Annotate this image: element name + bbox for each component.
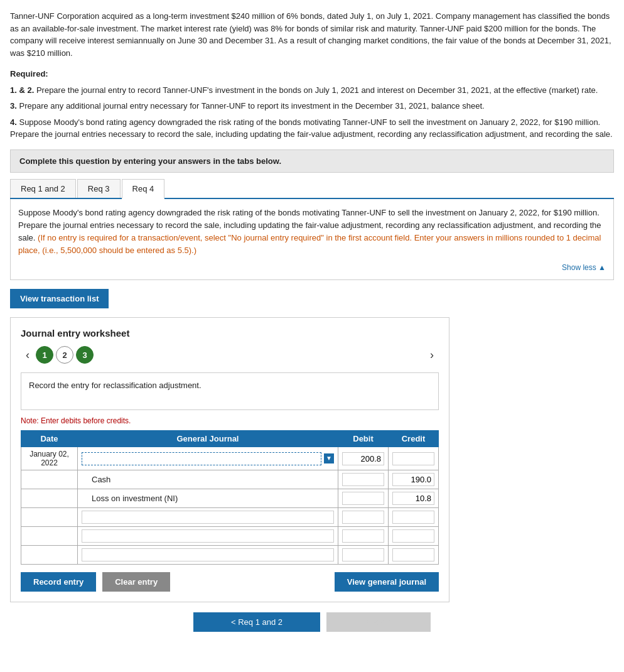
scenario-orange: (If no entry is required for a transacti… xyxy=(18,233,601,255)
col-header-debit: Debit xyxy=(338,431,389,447)
debit-input-4[interactable] xyxy=(342,511,384,524)
prev-nav-button[interactable]: < Req 1 and 2 xyxy=(193,612,320,632)
scenario-text: Suppose Moody's bond rating agency downg… xyxy=(18,207,606,257)
nav-row: ‹ 1 2 3 › xyxy=(21,346,439,364)
date-cell-6 xyxy=(21,546,78,565)
clear-entry-button[interactable]: Clear entry xyxy=(102,572,170,592)
credit-input-3[interactable] xyxy=(392,492,434,505)
credit-input-1[interactable] xyxy=(392,452,434,465)
date-cell-3 xyxy=(21,489,78,508)
required-label: Required: xyxy=(10,68,614,80)
credit-cell-4[interactable] xyxy=(389,508,439,527)
debit-input-2[interactable] xyxy=(342,473,384,486)
journal-cell-3: Loss on investment (NI) xyxy=(78,489,338,508)
journal-worksheet: Journal entry worksheet ‹ 1 2 3 › Record… xyxy=(10,317,449,602)
journal-table: Date General Journal Debit Credit Januar… xyxy=(21,430,439,565)
account-input-4[interactable] xyxy=(82,511,334,524)
journal-cell-6[interactable] xyxy=(78,546,338,565)
debit-input-6[interactable] xyxy=(342,548,384,561)
required-item-2: 3. Prepare any additional journal entry … xyxy=(10,100,614,112)
tab-req3[interactable]: Req 3 xyxy=(77,179,121,198)
next-nav-button[interactable]: Req 4 > xyxy=(326,612,431,632)
credit-cell-2[interactable] xyxy=(389,470,439,489)
table-row: January 02,2022 ▼ xyxy=(21,447,439,470)
next-step-button[interactable]: › xyxy=(425,347,439,363)
required-item-3: 4. Suppose Moody's bond rating agency do… xyxy=(10,116,614,141)
debit-input-3[interactable] xyxy=(342,492,384,505)
credit-cell-1[interactable] xyxy=(389,447,439,470)
note-text: Note: Enter debits before credits. xyxy=(21,416,439,425)
account-label-loss: Loss on investment (NI) xyxy=(92,494,178,503)
required-section: Required: 1. & 2. Prepare the journal en… xyxy=(10,68,614,141)
debit-cell-5[interactable] xyxy=(338,527,389,546)
date-cell-5 xyxy=(21,527,78,546)
view-general-journal-button[interactable]: View general journal xyxy=(335,572,439,592)
credit-input-4[interactable] xyxy=(392,511,434,524)
step-3-circle[interactable]: 3 xyxy=(76,346,94,364)
tab-req4[interactable]: Req 4 xyxy=(122,179,165,199)
tab-req1and2[interactable]: Req 1 and 2 xyxy=(10,179,76,198)
step-1-circle[interactable]: 1 xyxy=(36,346,53,364)
debit-cell-1[interactable] xyxy=(338,447,389,470)
date-cell-1: January 02,2022 xyxy=(21,447,78,470)
date-cell-2 xyxy=(21,470,78,489)
debit-input-1[interactable] xyxy=(342,452,384,465)
intro-text: Tanner-UNF Corporation acquired as a lon… xyxy=(10,10,614,59)
show-less-link[interactable]: Show less xyxy=(18,263,606,272)
table-row: Cash xyxy=(21,470,439,489)
debit-cell-4[interactable] xyxy=(338,508,389,527)
table-row xyxy=(21,546,439,565)
account-input-1[interactable] xyxy=(82,452,321,465)
date-cell-4 xyxy=(21,508,78,527)
journal-title: Journal entry worksheet xyxy=(21,328,439,339)
step-2-circle[interactable]: 2 xyxy=(56,346,73,364)
debit-cell-6[interactable] xyxy=(338,546,389,565)
table-row: Loss on investment (NI) xyxy=(21,489,439,508)
action-buttons: Record entry Clear entry View general jo… xyxy=(21,572,439,592)
bottom-nav: < Req 1 and 2 Req 4 > xyxy=(10,612,614,632)
account-input-5[interactable] xyxy=(82,529,334,543)
credit-cell-6[interactable] xyxy=(389,546,439,565)
credit-input-2[interactable] xyxy=(392,473,434,486)
credit-input-5[interactable] xyxy=(392,529,434,543)
view-transaction-button[interactable]: View transaction list xyxy=(10,289,109,308)
debit-cell-3[interactable] xyxy=(338,489,389,508)
instruction-box: Complete this question by entering your … xyxy=(10,149,614,173)
account-input-6[interactable] xyxy=(82,548,334,561)
dropdown-arrow-1[interactable]: ▼ xyxy=(324,453,334,463)
col-header-credit: Credit xyxy=(389,431,439,447)
prev-step-button[interactable]: ‹ xyxy=(21,347,35,363)
credit-cell-5[interactable] xyxy=(389,527,439,546)
journal-cell-5[interactable] xyxy=(78,527,338,546)
journal-cell-2: Cash xyxy=(78,470,338,489)
debit-cell-2[interactable] xyxy=(338,470,389,489)
journal-cell-4[interactable] xyxy=(78,508,338,527)
tabs-container: Req 1 and 2 Req 3 Req 4 xyxy=(10,179,614,199)
col-header-journal: General Journal xyxy=(78,431,338,447)
credit-input-6[interactable] xyxy=(392,548,434,561)
col-header-date: Date xyxy=(21,431,78,447)
debit-input-5[interactable] xyxy=(342,529,384,543)
credit-cell-3[interactable] xyxy=(389,489,439,508)
account-label-cash: Cash xyxy=(92,475,110,484)
description-box: Record the entry for reclassification ad… xyxy=(21,372,439,410)
journal-cell-1[interactable]: ▼ xyxy=(78,447,338,470)
content-area: Suppose Moody's bond rating agency downg… xyxy=(10,199,614,281)
required-item-1: 1. & 2. Prepare the journal entry to rec… xyxy=(10,84,614,97)
table-row xyxy=(21,508,439,527)
record-entry-button[interactable]: Record entry xyxy=(21,572,96,592)
table-row xyxy=(21,527,439,546)
